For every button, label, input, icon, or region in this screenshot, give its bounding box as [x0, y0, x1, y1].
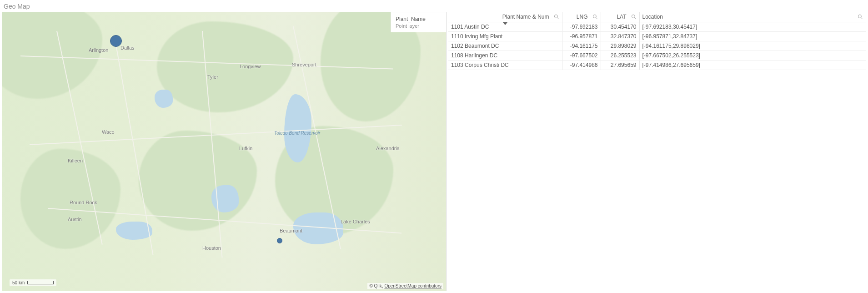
scale-line-icon	[27, 281, 54, 284]
table-row[interactable]: 1103 Corpus Christi DC-97.41498627.69565…	[448, 61, 866, 70]
column-header-plant-name-num[interactable]: Plant Name & Num	[448, 12, 562, 22]
attribution-prefix: © Qlik,	[369, 283, 384, 288]
svg-point-2	[593, 15, 596, 18]
table-row[interactable]: 1102 Beaumont DC-94.16117529.898029[-94.…	[448, 41, 866, 51]
svg-line-5	[634, 18, 636, 19]
map-attribution: © Qlik, OpenStreetMap contributors	[367, 283, 443, 289]
cell-name: 1102 Beaumont DC	[448, 41, 562, 51]
scale-label: 50 km	[12, 280, 25, 285]
cell-lng: -96.957871	[562, 32, 601, 41]
column-header-location[interactable]: Location	[639, 12, 866, 22]
cell-name: 1110 Irving Mfg Plant	[448, 32, 562, 41]
search-icon[interactable]	[554, 14, 559, 20]
legend-title: Plant_Name	[396, 16, 442, 22]
geo-map[interactable]: ArlingtonDallasTylerLongviewShreveportWa…	[2, 12, 447, 291]
cell-loc: [-97.667502,26.255523]	[639, 51, 866, 61]
table-row[interactable]: 1101 Austin DC-97.69218330.454170[-97.69…	[448, 22, 866, 32]
column-label: Location	[642, 14, 663, 20]
page-title: Geo Map	[0, 0, 868, 12]
cell-loc: [-96.957871,32.84737]	[639, 32, 866, 41]
svg-line-7	[861, 18, 863, 19]
cell-loc: [-97.692183,30.45417]	[639, 22, 866, 32]
plant-marker-beaumont[interactable]	[277, 238, 282, 243]
column-header-lng[interactable]: LNG	[562, 12, 601, 22]
cell-name: 1103 Corpus Christi DC	[448, 61, 562, 70]
map-legend: Plant_Name Point layer	[391, 12, 446, 32]
cell-lat: 29.898029	[601, 41, 639, 51]
search-icon[interactable]	[592, 14, 598, 20]
cell-lng: -97.414986	[562, 61, 601, 70]
content-area: ArlingtonDallasTylerLongviewShreveportWa…	[0, 12, 868, 293]
reservoir-label: Toledo Bend Reservoir	[274, 131, 320, 136]
svg-point-4	[632, 15, 635, 18]
plant-marker-irving[interactable]	[110, 35, 122, 47]
search-icon[interactable]	[858, 14, 863, 20]
search-icon[interactable]	[631, 14, 637, 20]
table-row[interactable]: 1108 Harlingen DC-97.66750226.255523[-97…	[448, 51, 866, 61]
cell-lng: -94.161175	[562, 41, 601, 51]
cell-loc: [-97.414986,27.695659]	[639, 61, 866, 70]
column-label: LNG	[577, 14, 588, 20]
svg-line-1	[557, 18, 558, 19]
cell-lat: 32.847370	[601, 32, 639, 41]
cell-lat: 27.695659	[601, 61, 639, 70]
legend-subtitle: Point layer	[396, 23, 442, 29]
column-label: Plant Name & Num	[502, 14, 549, 20]
cell-lat: 26.255523	[601, 51, 639, 61]
cell-name: 1108 Harlingen DC	[448, 51, 562, 61]
osm-link[interactable]: OpenStreetMap contributors	[384, 283, 442, 288]
svg-point-0	[554, 15, 557, 18]
column-label: LAT	[617, 14, 626, 20]
table-row[interactable]: 1110 Irving Mfg Plant-96.95787132.847370…	[448, 32, 866, 41]
sort-indicator-icon	[503, 22, 507, 25]
cell-lng: -97.667502	[562, 51, 601, 61]
svg-point-6	[858, 15, 862, 18]
cell-lat: 30.454170	[601, 22, 639, 32]
scale-bar: 50 km	[10, 279, 56, 286]
map-canvas[interactable]: ArlingtonDallasTylerLongviewShreveportWa…	[2, 12, 446, 291]
cell-loc: [-94.161175,29.898029]	[639, 41, 866, 51]
svg-line-3	[596, 18, 597, 19]
plant-table[interactable]: Plant Name & NumLNGLATLocation 1101 Aust…	[448, 12, 866, 70]
cell-lng: -97.692183	[562, 22, 601, 32]
column-header-lat[interactable]: LAT	[601, 12, 639, 22]
